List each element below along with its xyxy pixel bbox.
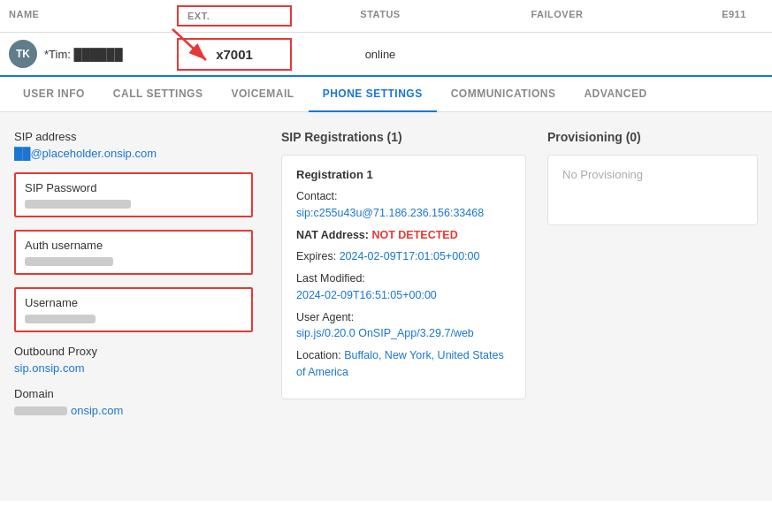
user-status: online [292, 44, 469, 65]
last-modified-value[interactable]: 2024-02-09T16:51:05+00:00 [296, 289, 437, 301]
user-agent-label: User Agent: [296, 311, 354, 323]
right-column: Provisioning (0) No Provisioning [537, 130, 758, 483]
expires-label: Expires: [296, 250, 336, 262]
location-label: Location: [296, 349, 341, 361]
expires-value[interactable]: 2024-02-09T17:01:05+00:00 [340, 250, 480, 262]
user-failover [469, 50, 646, 57]
avatar: TK [9, 40, 37, 68]
auth-username-label: Auth username [25, 239, 242, 252]
table-header: NAME EXT. STATUS FAILOVER E911 [0, 0, 772, 33]
tabs-bar: USER INFO CALL SETTINGS VOICEMAIL PHONE … [0, 77, 772, 112]
col-failover: FAILOVER [469, 5, 646, 27]
tab-voicemail[interactable]: VOICEMAIL [217, 77, 308, 112]
user-e911 [646, 50, 772, 57]
username-box: Username [14, 287, 253, 332]
provisioning-box: No Provisioning [547, 155, 758, 225]
domain-prefix-blur [14, 407, 67, 415]
contact-label: Contact: [296, 190, 338, 202]
expires-field: Expires: 2024-02-09T17:01:05+00:00 [296, 248, 511, 265]
domain-label: Domain [14, 387, 253, 400]
contact-value[interactable]: sip:c255u43u@71.186.236.156:33468 [296, 207, 484, 219]
nat-value: NOT DETECTED [371, 229, 457, 241]
last-modified-label: Last Modified: [296, 272, 365, 285]
col-name: NAME [0, 5, 177, 27]
outbound-proxy-value[interactable]: sip.onsip.com [14, 361, 253, 375]
outbound-proxy-label: Outbound Proxy [14, 345, 253, 358]
user-row: TK *Tim: ██████ x7001 online ▲ 🗑 [0, 33, 772, 77]
col-status: STATUS [292, 5, 469, 27]
username-label: Username [25, 296, 242, 309]
contact-field: Contact: sip:c255u43u@71.186.236.156:334… [296, 188, 511, 222]
content-area: SIP address ██@placeholder.onsip.com SIP… [0, 112, 772, 501]
no-provisioning-text: No Provisioning [562, 168, 743, 181]
sip-password-box: SIP Password [14, 172, 253, 217]
sip-address-label: SIP address [14, 130, 253, 143]
user-name-cell: TK *Tim: ██████ [0, 36, 177, 72]
sip-address-value: ██@placeholder.onsip.com [14, 147, 253, 160]
tab-phone-settings[interactable]: PHONE SETTINGS [309, 77, 437, 112]
last-modified-field: Last Modified: 2024-02-09T16:51:05+00:00 [296, 270, 511, 304]
tab-user-info[interactable]: USER INFO [9, 77, 99, 112]
sip-password-label: SIP Password [25, 181, 242, 194]
sip-password-value [25, 200, 131, 209]
registration-card: Registration 1 Contact: sip:c255u43u@71.… [281, 155, 526, 399]
tab-call-settings[interactable]: CALL SETTINGS [99, 77, 218, 112]
user-agent-field: User Agent: sip.js/0.20.0 OnSIP_App/3.29… [296, 309, 511, 343]
auth-username-value [25, 257, 113, 266]
user-display-name: *Tim: ██████ [44, 48, 123, 61]
nat-field: NAT Address: NOT DETECTED [296, 227, 511, 244]
user-agent-value[interactable]: sip.js/0.20.0 OnSIP_App/3.29.7/web [296, 327, 474, 339]
domain-suffix: onsip.com [71, 404, 123, 417]
tab-communications[interactable]: COMMUNICATIONS [437, 77, 570, 112]
middle-column: SIP Registrations (1) Registration 1 Con… [271, 130, 537, 483]
provisioning-title: Provisioning (0) [547, 130, 758, 144]
col-e911: E911 [646, 5, 772, 27]
registration-title: Registration 1 [296, 168, 511, 181]
svg-line-1 [172, 29, 206, 60]
auth-username-box: Auth username [14, 230, 253, 275]
col-ext: EXT. [177, 5, 292, 27]
sip-registrations-title: SIP Registrations (1) [281, 130, 526, 144]
domain-row: onsip.com [14, 404, 253, 417]
left-column: SIP address ██@placeholder.onsip.com SIP… [14, 130, 271, 483]
nat-title: NAT Address: [296, 229, 369, 241]
arrow-indicator [164, 25, 217, 69]
tab-advanced[interactable]: ADVANCED [569, 77, 661, 112]
location-field: Location: Buffalo, New York, United Stat… [296, 347, 511, 381]
username-value [25, 315, 96, 323]
